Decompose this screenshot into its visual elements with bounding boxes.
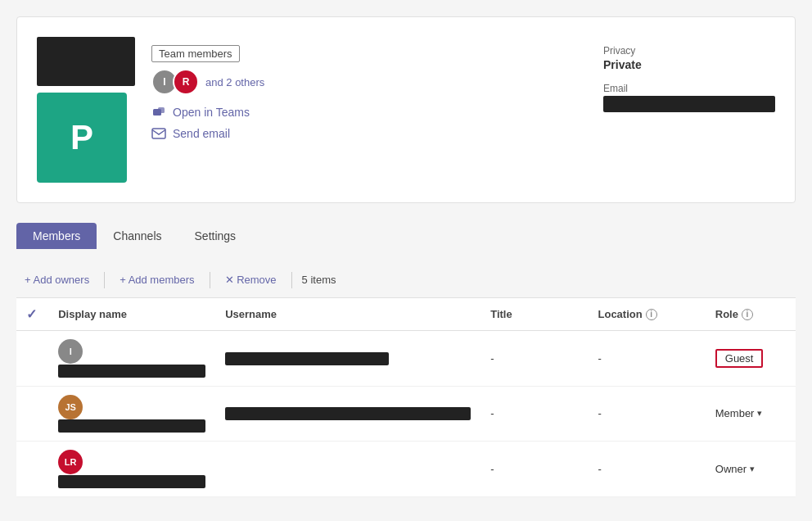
th-role[interactable]: Role i [706,298,796,331]
table-header-row: ✓ Display name Username Title Location i [16,298,796,331]
row-check-3 [16,442,48,497]
avatar-r: R [173,69,199,95]
items-count: 5 items [302,274,336,286]
row-role-1: Guest [706,331,796,387]
open-in-teams-link[interactable]: Open in Teams [151,105,587,120]
toolbar-divider-3 [291,272,292,288]
svg-rect-2 [152,129,165,138]
row-display-1: I [48,331,215,387]
owner-role-label: Owner [715,463,747,475]
row-avatar-1: I [58,339,83,364]
tab-members[interactable]: Members [16,223,97,249]
th-username[interactable]: Username [215,298,480,331]
privacy-value: Private [603,58,775,71]
team-meta: Privacy Private Email [603,37,775,112]
row-display-2: JS [48,386,215,442]
table-row: LR - - Owner ▾ [16,442,796,497]
team-card: P Team members I R and 2 others [16,16,796,203]
tabs-container: Members Channels Settings [16,223,796,249]
row-check-1 [16,331,48,387]
team-logo-letter: P [70,118,93,157]
team-actions: Open in Teams Send email [151,105,587,141]
row-title-1: - [480,331,588,387]
tab-settings[interactable]: Settings [178,223,253,249]
team-info: Team members I R and 2 others [151,37,587,141]
table-row: JS - - Member ▾ [16,386,796,442]
row-display-name-redacted-2 [58,419,205,433]
row-username-redacted-1 [225,352,389,365]
guest-badge: Guest [715,349,764,368]
email-label: Email [603,83,775,94]
row-role-3: Owner ▾ [706,442,796,497]
th-check: ✓ [16,298,48,331]
th-display-name[interactable]: Display name [48,298,215,331]
row-title-2: - [480,386,588,442]
row-location-3: - [589,442,706,497]
row-location-2: - [589,386,706,442]
member-role-label: Member [715,407,755,419]
row-username-redacted-2 [225,407,471,420]
row-avatar-2: JS [58,395,83,419]
teams-icon [151,105,166,120]
check-all-icon: ✓ [26,307,37,321]
row-display-3: LR [48,442,215,497]
toolbar-divider-1 [104,272,105,288]
remove-button[interactable]: ✕ Remove [217,270,285,289]
team-logo: P [37,93,127,183]
row-username-3 [215,442,480,497]
members-avatars: I R and 2 others [151,69,587,95]
row-avatar-3: LR [58,450,83,474]
row-display-name-redacted-3 [58,475,205,488]
open-in-teams-label: Open in Teams [173,106,250,119]
th-title[interactable]: Title [480,298,588,331]
row-check-2 [16,386,48,442]
th-location[interactable]: Location i [589,298,706,331]
email-icon [151,126,166,141]
row-username-2 [215,386,480,442]
privacy-label: Privacy [603,45,775,57]
location-info-icon: i [646,309,657,320]
row-location-1: - [589,331,706,387]
team-banner [37,37,135,86]
email-value-redacted [603,96,775,112]
tab-channels[interactable]: Channels [97,223,178,249]
send-email-label: Send email [173,127,230,140]
row-username-1 [215,331,480,387]
send-email-link[interactable]: Send email [151,126,587,141]
members-table: ✓ Display name Username Title Location i [16,298,796,497]
team-members-label: Team members [151,45,240,62]
add-members-button[interactable]: + Add members [111,270,202,289]
role-info-icon: i [742,309,753,320]
owner-chevron-icon[interactable]: ▾ [750,464,755,474]
member-chevron-icon[interactable]: ▾ [757,408,762,419]
toolbar-divider-2 [210,272,210,288]
and-others-link[interactable]: and 2 others [205,76,264,88]
svg-rect-1 [158,107,165,113]
members-toolbar: + Add owners + Add members ✕ Remove 5 it… [16,262,796,298]
add-owners-button[interactable]: + Add owners [16,270,97,289]
row-role-2: Member ▾ [706,386,796,442]
table-row: I - - Guest [16,331,796,387]
row-display-name-redacted-1 [58,365,205,378]
row-title-3: - [480,442,588,497]
